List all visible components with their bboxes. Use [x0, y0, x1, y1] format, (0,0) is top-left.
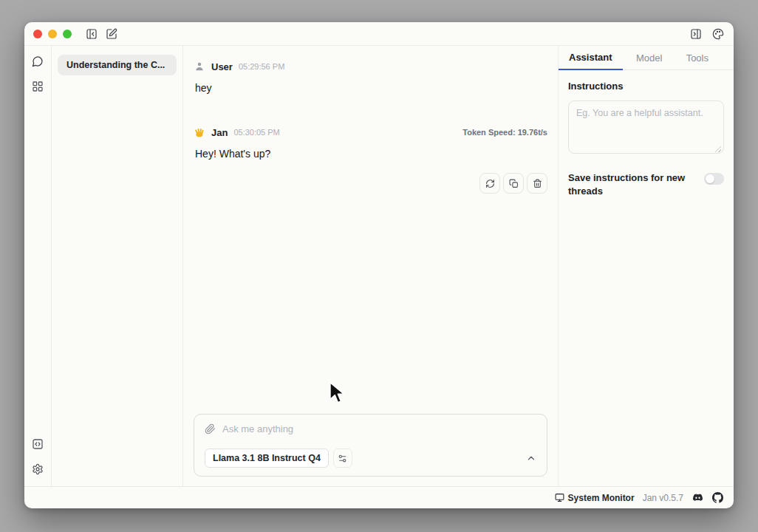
- tab-model[interactable]: Model: [626, 46, 672, 69]
- delete-button[interactable]: [527, 173, 547, 194]
- regenerate-icon: [485, 179, 495, 188]
- github-icon: [712, 492, 723, 503]
- close-button[interactable]: [33, 30, 42, 38]
- thread-list-item[interactable]: Understanding the C...: [58, 55, 177, 75]
- chat-panel: User 05:29:56 PM hey Jan 05:30:05 PM Tok…: [183, 46, 559, 486]
- message-list: User 05:29:56 PM hey Jan 05:30:05 PM Tok…: [183, 46, 558, 414]
- zoom-button[interactable]: [63, 30, 72, 38]
- sidebar-item-local-api-server[interactable]: [31, 437, 44, 451]
- attachment-icon[interactable]: [205, 423, 216, 434]
- tab-tools[interactable]: Tools: [676, 46, 719, 69]
- model-settings-button[interactable]: [333, 449, 352, 468]
- person-icon: [194, 61, 205, 72]
- right-panel: Assistant Model Tools Instructions Save …: [559, 46, 734, 486]
- message-actions: [194, 173, 547, 194]
- theme-palette-icon: [712, 28, 724, 40]
- compose-icon: [106, 28, 117, 40]
- message-text: Hey! What's up?: [195, 148, 547, 160]
- local-api-server-icon: [32, 438, 44, 450]
- sliders-icon: [338, 454, 347, 463]
- sidebar-rail: [24, 46, 52, 486]
- theme-button[interactable]: [711, 27, 725, 41]
- titlebar: [24, 22, 734, 46]
- message-header-assistant: Jan 05:30:05 PM Token Speed: 19.76t/s: [194, 126, 547, 138]
- chevron-up-icon: [526, 453, 536, 463]
- instructions-input[interactable]: [568, 100, 724, 154]
- chat-input[interactable]: [222, 423, 536, 434]
- threads-icon: [32, 55, 44, 67]
- copy-icon: [509, 179, 519, 188]
- thread-list: Understanding the C...: [52, 46, 183, 486]
- toggle-right-panel-button[interactable]: [689, 27, 703, 41]
- token-speed: Token Speed: 19.76t/s: [462, 128, 547, 137]
- tab-assistant[interactable]: Assistant: [559, 46, 623, 70]
- chat-input-box: Llama 3.1 8B Instruct Q4: [194, 414, 547, 477]
- user-avatar: [194, 61, 205, 72]
- monitor-icon: [555, 493, 564, 502]
- trash-icon: [533, 179, 542, 188]
- message-author: Jan: [211, 127, 228, 138]
- hub-grid-icon: [32, 81, 44, 92]
- toggle-left-panel-button[interactable]: [85, 27, 98, 41]
- message-text: hey: [195, 82, 547, 94]
- message-header-user: User 05:29:56 PM: [194, 61, 547, 72]
- app-version: Jan v0.5.7: [643, 493, 683, 503]
- system-monitor-button[interactable]: System Monitor: [555, 493, 635, 503]
- message-timestamp: 05:30:05 PM: [233, 128, 279, 137]
- settings-gear-icon: [32, 463, 44, 475]
- right-panel-tabs: Assistant Model Tools: [559, 46, 734, 70]
- message-author: User: [211, 61, 233, 72]
- save-instructions-label: Save instructions for new threads: [568, 171, 694, 198]
- discord-icon: [692, 492, 703, 503]
- save-instructions-toggle[interactable]: [704, 173, 724, 185]
- minimize-button[interactable]: [48, 30, 57, 38]
- github-link[interactable]: [711, 492, 723, 504]
- panel-left-icon: [86, 28, 98, 40]
- collapse-input-button[interactable]: [526, 453, 536, 463]
- traffic-lights: [33, 30, 72, 38]
- thread-title: Understanding the C...: [66, 60, 165, 70]
- model-name: Llama 3.1 8B Instruct Q4: [213, 453, 321, 463]
- sidebar-item-hub[interactable]: [31, 80, 44, 93]
- instructions-label: Instructions: [568, 81, 724, 92]
- panel-right-icon: [690, 28, 702, 40]
- regenerate-button[interactable]: [479, 173, 500, 194]
- new-thread-button[interactable]: [105, 27, 118, 41]
- jan-app-window: Understanding the C... User 05:29:56 PM …: [24, 22, 734, 508]
- discord-link[interactable]: [692, 492, 703, 504]
- statusbar: System Monitor Jan v0.5.7: [24, 486, 734, 508]
- jan-wave-icon: [194, 126, 205, 138]
- copy-button[interactable]: [503, 173, 524, 194]
- system-monitor-label: System Monitor: [568, 493, 635, 503]
- sidebar-item-settings[interactable]: [31, 463, 44, 476]
- message-timestamp: 05:29:56 PM: [239, 62, 284, 71]
- model-selector[interactable]: Llama 3.1 8B Instruct Q4: [205, 449, 329, 468]
- sidebar-item-threads[interactable]: [31, 55, 44, 68]
